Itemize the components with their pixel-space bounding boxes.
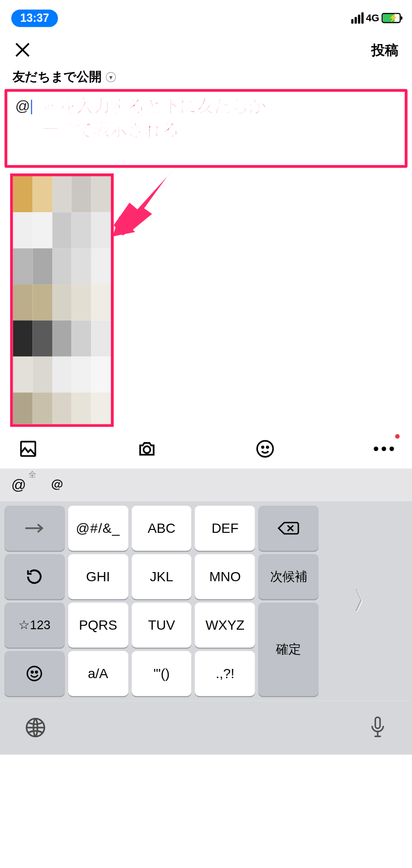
key-num-switch[interactable]: ☆123 [4,603,64,648]
svg-point-15 [28,666,42,681]
more-icon[interactable] [373,437,396,460]
annotation-arrow-icon [113,169,181,237]
key-right-arrow[interactable] [4,506,64,551]
notification-badge [395,434,399,438]
key-ghi[interactable]: GHI [68,554,128,599]
status-time: 13:37 [11,9,58,27]
key-next-candidate[interactable]: 次候補 [259,554,319,599]
signal-icon [351,13,364,24]
key-symbols[interactable]: @#/&_ [68,506,128,551]
friend-list[interactable] [10,173,114,427]
svg-point-9 [374,447,378,451]
compose-input-value: @ [15,97,30,114]
svg-point-5 [143,446,150,453]
key-confirm[interactable]: 確定 [259,603,319,696]
chevron-down-icon: ▼ [106,72,116,82]
status-bar: 13:37 4G ⚡ [0,0,412,31]
key-punct[interactable]: .,?! [195,651,255,696]
keyboard-expand-icon[interactable]: 〉 [353,584,378,618]
annotation-text: ＠を入力すると下に友だちが 一覧で表示される [42,94,402,141]
key-undo[interactable] [4,554,64,599]
svg-point-11 [389,447,394,451]
post-button[interactable]: 投稿 [371,41,398,59]
compose-header: 投稿 [0,31,412,69]
svg-point-8 [267,447,268,448]
privacy-selector[interactable]: 友だちまで公開 ▼ [0,69,412,86]
camera-icon[interactable] [136,437,158,460]
keyboard-candidates: @全 ＠ [0,468,412,501]
candidate-2[interactable]: ＠ [50,475,64,495]
svg-marker-1 [114,203,137,235]
smile-icon[interactable] [254,437,277,460]
privacy-label: 友だちまで公開 [13,69,102,86]
key-backspace[interactable] [259,506,319,551]
svg-point-16 [31,671,33,673]
svg-marker-0 [122,169,174,235]
candidate-1[interactable]: @全 [11,476,26,494]
close-icon[interactable] [14,41,31,59]
key-wxyz[interactable]: WXYZ [195,603,255,648]
status-right: 4G ⚡ [351,12,400,24]
key-emoji[interactable] [4,651,64,696]
network-label: 4G [366,12,380,24]
svg-marker-2 [122,208,152,235]
microphone-icon[interactable] [368,715,387,740]
key-quotes[interactable]: '"() [132,651,192,696]
svg-marker-3 [113,216,136,236]
compose-toolbar [0,429,412,468]
svg-point-10 [381,447,386,451]
key-pqrs[interactable]: PQRS [68,603,128,648]
key-def[interactable]: DEF [195,506,255,551]
key-tuv[interactable]: TUV [132,603,192,648]
svg-rect-19 [375,717,380,728]
globe-icon[interactable] [25,717,46,738]
key-case[interactable]: a/A [68,651,128,696]
key-jkl[interactable]: JKL [132,554,192,599]
svg-point-7 [262,447,263,448]
key-mno[interactable]: MNO [195,554,255,599]
keyboard-system-row [0,700,412,755]
gallery-icon[interactable] [17,437,40,460]
battery-icon: ⚡ [381,13,401,23]
keyboard: @#/&_ ABC DEF GHI JKL MNO 次候補 ☆123 PQRS … [0,501,412,701]
annotation-box: @ ＠を入力すると下に友だちが 一覧で表示される [4,89,407,168]
svg-point-17 [36,671,37,673]
key-abc[interactable]: ABC [132,506,192,551]
svg-point-6 [257,441,273,457]
